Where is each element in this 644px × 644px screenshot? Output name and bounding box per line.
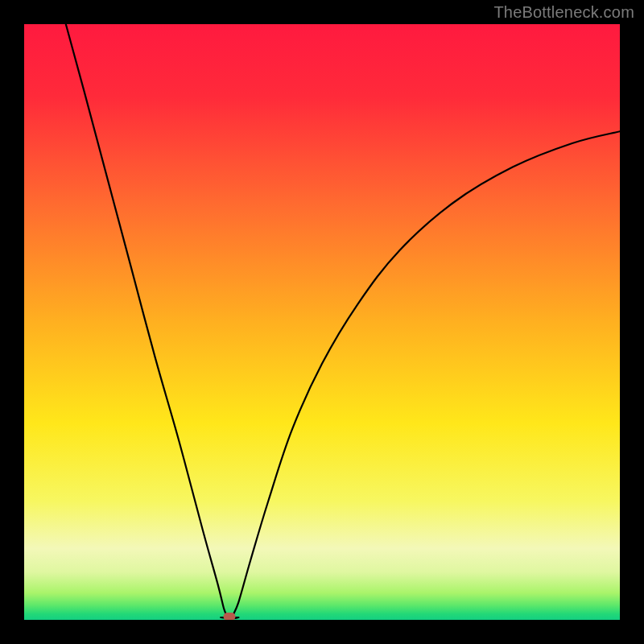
plot-area	[24, 24, 620, 620]
watermark-text: TheBottleneck.com	[493, 3, 634, 22]
chart-frame: TheBottleneck.com	[0, 0, 644, 644]
optimal-marker	[224, 613, 236, 620]
chart-svg	[24, 24, 620, 620]
gradient-background	[24, 24, 620, 620]
